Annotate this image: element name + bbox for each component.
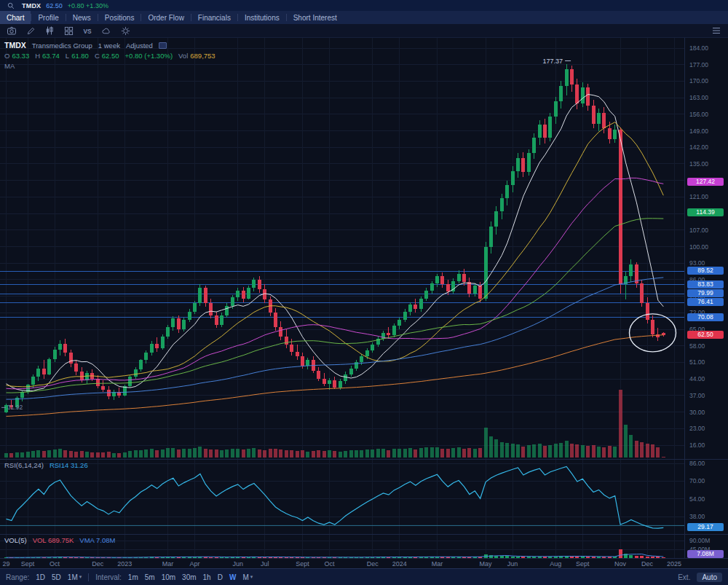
interval-day-button[interactable]: D (218, 573, 223, 581)
time-axis-label: Oct (324, 560, 334, 568)
ext-hours-button[interactable]: Ext. (678, 573, 690, 581)
price-tick: 58.00 (689, 342, 705, 350)
price-tick: 30.00 (689, 409, 705, 416)
time-axis-label: Sept (296, 560, 309, 568)
time-axis-label: Dec (92, 560, 103, 568)
caret-down-icon: ▾ (79, 574, 82, 580)
tab-order-flow[interactable]: Order Flow (141, 11, 190, 24)
price-tick: 170.00 (689, 77, 708, 85)
price-tick: 100.00 (689, 243, 708, 251)
ma-line-8 (7, 95, 664, 391)
price-tick: 177.00 (689, 61, 708, 68)
interval-1m-button[interactable]: 1m (128, 573, 138, 581)
price-badge: 79.99 (687, 289, 724, 297)
time-axis-label: Dec (641, 560, 653, 568)
price-tick: 135.00 (689, 160, 708, 168)
tab-profile[interactable]: Profile (31, 11, 65, 24)
time-axis-label: 2024 (392, 560, 407, 568)
ma-line-34 (7, 178, 664, 389)
range-label: Range: (6, 573, 29, 581)
price-badge: 70.08 (687, 313, 724, 321)
main-chart-canvas[interactable]: 177.3731.92 (0, 38, 684, 459)
settings-gear-icon[interactable] (119, 25, 131, 36)
interval-1h-button[interactable]: 1h (203, 573, 211, 581)
interval-10m-button[interactable]: 10m (162, 573, 175, 581)
price-tick: 163.00 (689, 94, 708, 101)
ticker-symbol: TMDX (22, 2, 41, 9)
tab-chart[interactable]: Chart (0, 11, 31, 24)
interval-week-button[interactable]: W (229, 573, 236, 581)
annotations: 177.3731.92 (1, 58, 676, 412)
chart-toolbar: VS (0, 24, 728, 38)
svg-text:177.37: 177.37 (543, 58, 563, 65)
volume-canvas[interactable] (0, 535, 684, 558)
interval-label: Interval: (95, 573, 122, 581)
interval-5m-button[interactable]: 5m (145, 573, 155, 581)
rsi-badge: 29.17 (687, 523, 724, 531)
price-axis[interactable]: 16.0023.0030.0037.0044.0051.0058.0065.00… (684, 38, 728, 459)
price-badge: 62.50 (687, 331, 724, 339)
rsi-canvas[interactable] (0, 460, 684, 534)
range-1d-button[interactable]: 1D (36, 573, 45, 581)
tab-institutions[interactable]: Institutions (238, 11, 286, 24)
time-axis-label: Jul (261, 560, 269, 568)
volume-grid (0, 535, 684, 558)
price-tick: 44.00 (689, 375, 705, 382)
cloud-save-icon[interactable] (100, 25, 112, 36)
price-tick: 23.00 (689, 425, 705, 432)
trading-app: TMDX 62.50 +0.80 +1.30% Chart Profile Ne… (0, 0, 728, 585)
volume-bars (4, 549, 665, 558)
svg-text:31.92: 31.92 (7, 404, 23, 411)
volume-axis[interactable]: 90.00M45.00M7.08M (684, 535, 728, 558)
time-axis-label: Jun (507, 560, 518, 568)
price-tick: 121.00 (689, 193, 708, 200)
compare-vs-icon[interactable]: VS (82, 25, 93, 36)
time-axis[interactable]: 29SeptOctDec2023MarAprJunJulSeptOctDec20… (0, 558, 728, 568)
rsi-grid (0, 460, 684, 534)
rsi-tick: 54.00 (689, 495, 705, 503)
time-axis-label: 29 (2, 560, 9, 568)
interval-month-button[interactable]: M▾ (242, 573, 253, 581)
time-axis-label: Jun (232, 560, 243, 568)
candlestick-style-icon[interactable] (44, 25, 55, 36)
rsi-axis[interactable]: 86.0070.0054.0038.0029.17 (684, 460, 728, 534)
time-axis-label: Dec (367, 560, 379, 568)
ma-line-20 (7, 122, 664, 387)
rsi-tick: 70.00 (689, 477, 705, 484)
panel-menu-icon[interactable] (711, 25, 722, 36)
tab-positions[interactable]: Positions (98, 11, 141, 24)
tab-news[interactable]: News (66, 11, 98, 24)
price-tick: 107.00 (689, 227, 708, 234)
volume-overlay-bars (4, 390, 665, 458)
range-5d-button[interactable]: 5D (52, 573, 61, 581)
menu-tab-bar: Chart Profile News Positions Order Flow … (0, 11, 728, 24)
screenshot-camera-icon[interactable] (6, 25, 17, 36)
price-tick: 149.00 (689, 127, 708, 135)
tab-short-interest[interactable]: Short Interest (287, 11, 344, 24)
rsi-line (7, 467, 664, 529)
tab-financials[interactable]: Financials (191, 11, 237, 24)
price-badge: 76.41 (687, 298, 724, 306)
bottom-toolbar: Range: 1D 5D 1M▾ Interval: 1m 5m 10m 30m… (0, 568, 728, 585)
search-icon[interactable] (5, 0, 17, 11)
draw-pencil-icon[interactable] (25, 25, 36, 36)
auto-scale-button[interactable]: Auto (697, 573, 722, 582)
time-axis-label: 2025 (667, 560, 681, 568)
time-axis-label: Nov (614, 560, 626, 568)
ticker-price: 62.50 (46, 2, 63, 9)
interval-30m-button[interactable]: 30m (182, 573, 196, 581)
time-axis-label: May (480, 560, 492, 568)
price-tick: 51.00 (689, 358, 705, 366)
ma-line-200 (7, 335, 664, 417)
volume-tick: 90.00M (689, 537, 710, 544)
price-tick: 37.00 (689, 392, 705, 399)
rsi-panel: 86.0070.0054.0038.0029.17 RSI(6,14,24) R… (0, 459, 728, 534)
layout-grid-icon[interactable] (63, 25, 74, 36)
time-axis-label: Mar (432, 560, 443, 568)
price-badge: 83.83 (687, 280, 724, 288)
rsi-tick: 38.00 (689, 513, 705, 520)
time-axis-label: Mar (162, 560, 174, 568)
svg-text:VS: VS (83, 27, 92, 34)
range-1m-button[interactable]: 1M▾ (68, 573, 82, 581)
toolbar-divider (88, 573, 89, 581)
